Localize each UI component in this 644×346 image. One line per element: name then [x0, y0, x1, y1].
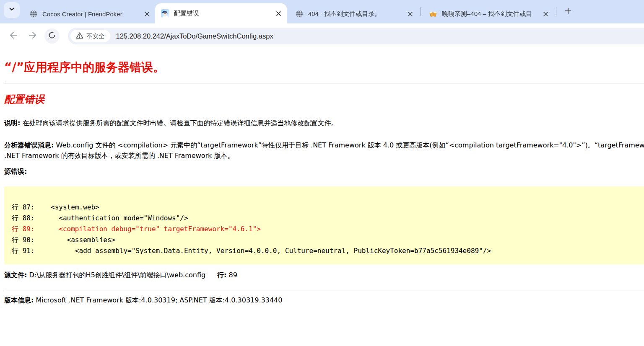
close-icon[interactable]: [143, 10, 151, 18]
address-bar[interactable]: 不安全 125.208.20.242/AjaxToDo/GameSwitchCo…: [68, 28, 644, 44]
close-icon[interactable]: [274, 9, 283, 18]
code-line-88: 行 88: <authentication mode="Windows"/>: [12, 213, 644, 224]
code-line-90: 行 90: <assemblies>: [12, 235, 644, 245]
source-error-label: 源错误:: [4, 168, 644, 176]
tab-separator: [421, 7, 421, 16]
new-tab-button[interactable]: [561, 5, 575, 19]
version-label: 版本信息:: [4, 296, 34, 304]
tab-cocos-creator[interactable]: Cocos Creator | FriendPoker: [23, 4, 155, 23]
code-line-91: 行 91: <add assembly="System.Data.Entity,…: [12, 245, 644, 256]
close-icon[interactable]: [541, 10, 550, 18]
line-number: 89: [227, 271, 237, 279]
close-icon[interactable]: [406, 10, 414, 18]
tab-title: 404 - 找不到文件或目录。: [308, 10, 402, 18]
source-file-label: 源文件:: [4, 271, 27, 279]
game-avatar-icon: [161, 9, 169, 18]
url-text[interactable]: 125.208.20.242/AjaxToDo/GameSwitchConfig…: [116, 32, 273, 40]
tab-title: 嘎嘎亲测–404 – 找不到文件或目: [442, 10, 538, 18]
beer-mugs-icon: [429, 10, 437, 18]
parser-error-line2: .NET Framework 的有效目标版本，或安装所需的 .NET Frame…: [4, 150, 644, 161]
warning-triangle-icon: [76, 32, 83, 41]
tab-separator: [556, 7, 556, 16]
tab-config-error[interactable]: 配置错误: [155, 3, 287, 23]
divider: [4, 291, 644, 291]
parser-error-label: 分析器错误消息:: [4, 141, 54, 149]
forward-arrow-icon: [28, 31, 37, 41]
plus-icon: [565, 8, 571, 16]
browser-toolbar: 不安全 125.208.20.242/AjaxToDo/GameSwitchCo…: [0, 23, 644, 49]
error-page: “/”应用程序中的服务器错误。 配置错误 说明: 在处理向该请求提供服务所需的配…: [0, 59, 644, 305]
parser-error-line1: 分析器错误消息: Web.config 文件的 <compilation> 元素…: [4, 140, 644, 150]
description-label: 说明:: [4, 119, 20, 127]
divider: [4, 83, 644, 83]
security-chip[interactable]: 不安全: [70, 30, 110, 42]
globe-icon: [29, 10, 38, 18]
source-file-path: D:\从服务器打包的H5创胜组件\组件\前端接口\web.config: [27, 271, 205, 279]
description-paragraph: 说明: 在处理向该请求提供服务所需的配置文件时出错。请检查下面的特定错误详细信息…: [4, 118, 644, 128]
error-subtitle: 配置错误: [4, 93, 644, 106]
page-title: “/”应用程序中的服务器错误。: [4, 59, 644, 75]
tab-title: Cocos Creator | FriendPoker: [42, 10, 139, 18]
forward-button[interactable]: [25, 28, 40, 44]
tab-404[interactable]: 404 - 找不到文件或目录。: [287, 4, 418, 23]
reload-button[interactable]: [44, 28, 60, 44]
security-label: 不安全: [86, 32, 105, 40]
source-file-line: 源文件: D:\从服务器打包的H5创胜组件\组件\前端接口\web.config…: [4, 271, 644, 280]
parser-error-text1: Web.config 文件的 <compilation> 元素中的“target…: [54, 141, 644, 149]
globe-icon: [295, 10, 304, 18]
version-info-line: 版本信息: Microsoft .NET Framework 版本:4.0.30…: [4, 296, 644, 305]
source-code-block: 行 87: <system.web> 行 88: <authentication…: [4, 186, 644, 264]
tab-gaga-404[interactable]: 嘎嘎亲测–404 – 找不到文件或目: [423, 4, 554, 23]
description-text: 在处理向该请求提供服务所需的配置文件时出错。请检查下面的特定错误详细信息并适当地…: [20, 119, 338, 127]
back-arrow-icon: [9, 31, 18, 41]
parser-error-paragraph: 分析器错误消息: Web.config 文件的 <compilation> 元素…: [4, 140, 644, 161]
back-button[interactable]: [6, 28, 21, 44]
tab-strip: Cocos Creator | FriendPoker 配置错误: [0, 0, 644, 23]
version-text: Microsoft .NET Framework 版本:4.0.30319; A…: [34, 296, 282, 304]
tab-title: 配置错误: [174, 10, 271, 18]
line-label: 行:: [217, 271, 226, 279]
code-line-89-error: 行 89: <compilation debug="true" targetFr…: [12, 224, 644, 235]
code-line-87: 行 87: <system.web>: [12, 202, 644, 213]
tab-search-button[interactable]: [4, 2, 20, 18]
chevron-down-icon: [9, 6, 15, 14]
reload-icon: [48, 31, 56, 41]
